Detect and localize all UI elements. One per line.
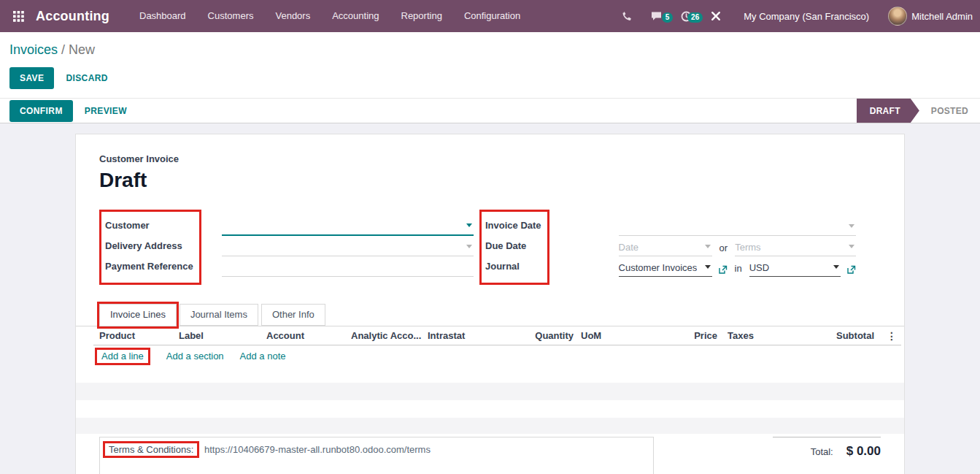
currency-select[interactable]: USD [749,259,841,277]
form-statusbar: CONFIRM PREVIEW DRAFT POSTED [0,98,980,123]
col-label: Label [179,330,266,341]
company-switcher[interactable]: My Company (San Francisco) [744,11,869,22]
empty-row [76,400,904,418]
preview-button[interactable]: PREVIEW [85,106,127,116]
nav-configuration[interactable]: Configuration [453,0,531,32]
invoice-form-sheet: Customer Invoice Draft Customer Delivery… [75,134,905,474]
breadcrumb-new: New [69,42,95,57]
col-product: Product [93,330,179,341]
external-link-icon[interactable] [846,265,856,275]
col-account: Account [266,330,351,341]
nav-customers[interactable]: Customers [197,0,265,32]
payment-terms-input[interactable] [735,242,844,253]
external-link-icon[interactable] [718,265,728,275]
in-connector: in [735,263,742,274]
field-groups: Customer Delivery Address Payment Refere… [99,210,881,285]
apps-grid-icon[interactable] [9,11,28,22]
customer-label: Customer [105,215,193,236]
document-type-label: Customer Invoice [99,153,881,164]
breadcrumb: Invoices / New [0,32,980,58]
col-intrastat: Intrastat [428,330,512,341]
list-actions-row: Add a line Add a section Add a note [93,345,901,367]
document-title: Draft [99,169,881,192]
invoice-date-label: Invoice Date [485,215,541,236]
chevron-down-icon[interactable] [849,224,854,228]
state-posted[interactable]: POSTED [919,99,980,123]
chevron-down-icon[interactable] [466,245,472,248]
invoice-date-input[interactable] [619,221,844,232]
tab-other-info[interactable]: Other Info [261,304,325,326]
col-uom: UoM [574,330,656,341]
status-steps: DRAFT POSTED [857,99,980,123]
col-taxes: Taxes [717,330,801,341]
activities-badge: 26 [687,12,703,23]
invoice-lines-list: Product Label Account Analytic Acco... I… [93,326,901,367]
total-label: Total: [811,446,833,457]
activities-clock-icon[interactable]: 26 [671,10,701,23]
tab-bar: Invoice Lines Journal Items Other Info [76,302,904,326]
customer-input[interactable] [222,221,462,232]
tab-invoice-lines[interactable]: Invoice Lines [99,304,177,326]
empty-row [76,383,904,400]
page: Accounting Dashboard Customers Vendors A… [0,0,980,474]
breadcrumb-invoices[interactable]: Invoices [9,42,58,57]
empty-row [76,367,904,383]
chevron-down-icon[interactable] [705,245,711,248]
control-panel-buttons: SAVE DISCARD [0,58,980,98]
save-button[interactable]: SAVE [9,67,54,89]
or-connector: or [719,242,728,253]
col-price: Price [656,330,717,341]
delivery-address-input[interactable] [222,242,462,253]
navbar-systray: 5 26 My Company (San Francisco) Mitchell… [612,7,973,26]
total-value: $ 0.00 [846,444,881,459]
chevron-down-icon[interactable] [849,245,854,248]
payment-reference-label: Payment Reference [105,256,193,277]
due-date-input[interactable] [619,242,701,253]
messages-icon[interactable]: 5 [641,10,671,22]
notebook: Invoice Lines Journal Items Other Info P… [76,302,904,434]
journal-select[interactable]: Customer Invoices [619,259,712,277]
discard-button[interactable]: DISCARD [66,73,107,83]
terms-editor[interactable]: Terms & Conditions: https://10406679-mas… [99,437,654,474]
optional-columns-icon[interactable]: ⋮ [887,330,901,342]
nav-accounting[interactable]: Accounting [321,0,390,32]
journal-label: Journal [485,256,541,277]
totals-block: Total: $ 0.00 [773,437,881,459]
empty-row [76,418,904,434]
phone-icon[interactable] [612,10,641,22]
nav-reporting[interactable]: Reporting [390,0,453,32]
col-analytic-account: Analytic Acco... [351,330,428,341]
tab-journal-items[interactable]: Journal Items [180,304,258,326]
confirm-button[interactable]: CONFIRM [9,100,73,122]
delivery-address-label: Delivery Address [105,236,193,256]
app-name[interactable]: Accounting [36,9,109,24]
col-quantity: Quantity [512,330,574,341]
payment-reference-input[interactable] [222,262,474,273]
chevron-down-icon[interactable] [705,265,711,269]
terms-url-text: https://10406679-master-all.runbot80.odo… [204,444,431,455]
tools-icon[interactable] [701,10,730,22]
totals-divider [773,437,881,437]
top-navbar: Accounting Dashboard Customers Vendors A… [0,0,980,32]
content-area: Customer Invoice Draft Customer Delivery… [0,123,980,474]
nav-vendors[interactable]: Vendors [264,0,321,32]
list-header: Product Label Account Analytic Acco... I… [93,326,901,345]
form-footer: Terms & Conditions: https://10406679-mas… [76,434,904,474]
add-a-line-link[interactable]: Add a line [101,351,144,362]
annotation-add-a-line: Add a line [95,348,150,365]
main-menu: Dashboard Customers Vendors Accounting R… [128,0,531,32]
add-a-section-link[interactable]: Add a section [166,351,224,362]
annotation-left-labels: Customer Delivery Address Payment Refere… [99,210,201,285]
nav-dashboard[interactable]: Dashboard [128,0,197,32]
user-menu[interactable]: Mitchell Admin [911,11,973,22]
chevron-down-icon[interactable] [833,265,839,269]
state-draft[interactable]: DRAFT [857,99,919,123]
chevron-down-icon[interactable] [466,223,472,227]
breadcrumb-separator: / [58,42,69,57]
annotation-right-labels: Invoice Date Due Date Journal [479,210,549,285]
due-date-label: Due Date [485,236,541,256]
user-avatar[interactable] [888,7,907,26]
add-a-note-link[interactable]: Add a note [240,351,286,362]
terms-label: Terms & Conditions: [103,441,199,458]
col-subtotal: Subtotal [801,330,874,341]
